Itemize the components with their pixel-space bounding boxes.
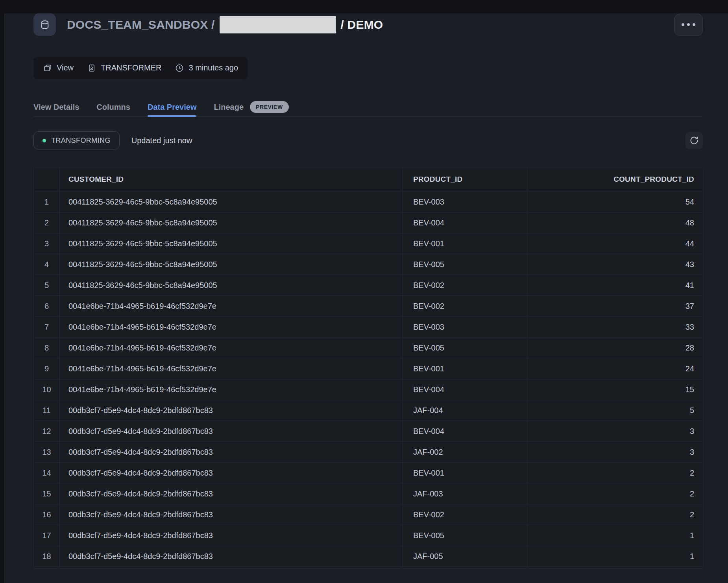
ellipsis-icon <box>693 23 695 26</box>
row-number: 18 <box>34 546 60 566</box>
database-icon <box>33 13 56 36</box>
column-header-count-product-id[interactable]: COUNT_PRODUCT_ID <box>528 168 703 191</box>
breadcrumb-database: DOCS_TEAM_SANDBOX / <box>67 18 215 31</box>
cell-count-product-id: 3 <box>528 421 703 441</box>
cell-product-id: BEV-002 <box>403 296 528 316</box>
object-role-label: TRANSFORMER <box>101 63 161 72</box>
table-row[interactable]: 13 00db3cf7-d5e9-4dc4-8dc9-2bdfd867bc83 … <box>34 442 703 463</box>
table-row[interactable]: 4 00411825-3629-46c5-9bbc-5c8a94e95005 B… <box>34 254 703 275</box>
row-number: 4 <box>34 254 60 275</box>
object-role: TRANSFORMER <box>87 63 161 73</box>
row-number: 10 <box>34 379 60 400</box>
cell-count-product-id: 5 <box>528 400 703 421</box>
table-row[interactable]: 9 0041e6be-71b4-4965-b619-46cf532d9e7e B… <box>34 358 703 379</box>
cell-count-product-id: 37 <box>528 296 703 316</box>
row-number: 1 <box>34 192 60 212</box>
cell-count-product-id: 54 <box>528 192 703 212</box>
table-row[interactable]: 10 0041e6be-71b4-4965-b619-46cf532d9e7e … <box>34 379 703 400</box>
cell-count-product-id: 1 <box>528 525 703 546</box>
cell-count-product-id: 41 <box>528 275 703 295</box>
cell-customer-id: 00411825-3629-46c5-9bbc-5c8a94e95005 <box>60 212 403 233</box>
table-row[interactable]: 16 00db3cf7-d5e9-4dc4-8dc9-2bdfd867bc83 … <box>34 504 703 525</box>
breadcrumb-object: / DEMO <box>341 18 383 31</box>
cell-count-product-id <box>528 567 703 568</box>
table-row[interactable]: 17 00db3cf7-d5e9-4dc4-8dc9-2bdfd867bc83 … <box>34 525 703 546</box>
table-header-row: CUSTOMER_ID PRODUCT_ID COUNT_PRODUCT_ID <box>34 168 703 192</box>
row-number: 6 <box>34 296 60 316</box>
cell-customer-id: 00411825-3629-46c5-9bbc-5c8a94e95005 <box>60 254 403 275</box>
table-row[interactable]: 15 00db3cf7-d5e9-4dc4-8dc9-2bdfd867bc83 … <box>34 483 703 504</box>
tab-data-preview[interactable]: Data Preview <box>148 98 197 116</box>
cell-count-product-id: 28 <box>528 338 703 358</box>
cell-product-id: BEV-004 <box>403 212 528 233</box>
header: DOCS_TEAM_SANDBOX / / DEMO <box>33 13 703 36</box>
preview-badge: PREVIEW <box>250 101 289 113</box>
table-row[interactable]: 6 0041e6be-71b4-4965-b619-46cf532d9e7e B… <box>34 296 703 317</box>
cell-product-id: BEV-005 <box>403 338 528 358</box>
row-number: 8 <box>34 338 60 358</box>
ellipsis-icon <box>687 23 690 26</box>
cell-product-id: BEV-003 <box>403 317 528 337</box>
cell-customer-id: 00db3cf7-d5e9-4dc4-8dc9-2bdfd867bc83 <box>60 442 403 462</box>
status-badge-label: TRANSFORMING <box>51 137 111 145</box>
cell-customer-id: 0041e6be-71b4-4965-b619-46cf532d9e7e <box>60 358 403 379</box>
cell-customer-id: 00411825-3629-46c5-9bbc-5c8a94e95005 <box>60 275 403 295</box>
row-number: 19 <box>34 567 60 568</box>
table-row[interactable]: 14 00db3cf7-d5e9-4dc4-8dc9-2bdfd867bc83 … <box>34 463 703 483</box>
refresh-button[interactable] <box>686 132 703 149</box>
table-body: 1 00411825-3629-46c5-9bbc-5c8a94e95005 B… <box>34 192 703 568</box>
table-row[interactable]: 1 00411825-3629-46c5-9bbc-5c8a94e95005 B… <box>34 192 703 212</box>
table-row[interactable]: 18 00db3cf7-d5e9-4dc4-8dc9-2bdfd867bc83 … <box>34 546 703 567</box>
cell-count-product-id: 2 <box>528 463 703 483</box>
row-number: 17 <box>34 525 60 546</box>
table-row[interactable]: 19 00db3cf7-d5e9-4dc4-8dc9-2bdfd867bc83 <box>34 567 703 568</box>
id-card-icon <box>87 63 96 73</box>
row-number: 14 <box>34 463 60 483</box>
table-row[interactable]: 2 00411825-3629-46c5-9bbc-5c8a94e95005 B… <box>34 212 703 233</box>
cell-count-product-id: 2 <box>528 483 703 504</box>
column-header-customer-id[interactable]: CUSTOMER_ID <box>60 168 403 191</box>
row-number: 16 <box>34 504 60 525</box>
cell-product-id: BEV-004 <box>403 379 528 400</box>
column-header-product-id[interactable]: PRODUCT_ID <box>403 168 528 191</box>
cell-customer-id: 00db3cf7-d5e9-4dc4-8dc9-2bdfd867bc83 <box>60 525 403 546</box>
row-number: 2 <box>34 212 60 233</box>
cell-product-id: BEV-001 <box>403 358 528 379</box>
redacted-schema-name <box>220 16 336 33</box>
cell-product-id: JAF-003 <box>403 483 528 504</box>
table-row[interactable]: 11 00db3cf7-d5e9-4dc4-8dc9-2bdfd867bc83 … <box>34 400 703 421</box>
table-row[interactable]: 8 0041e6be-71b4-4965-b619-46cf532d9e7e B… <box>34 338 703 358</box>
tab-lineage[interactable]: Lineage <box>214 98 244 116</box>
clock-icon <box>175 63 184 73</box>
table-row[interactable]: 7 0041e6be-71b4-4965-b619-46cf532d9e7e B… <box>34 317 703 338</box>
cell-customer-id: 00db3cf7-d5e9-4dc4-8dc9-2bdfd867bc83 <box>60 400 403 421</box>
metadata-bar: View TRANSFORMER 3 minutes ago <box>33 57 248 79</box>
data-preview-table: CUSTOMER_ID PRODUCT_ID COUNT_PRODUCT_ID … <box>33 167 703 568</box>
page-title: DOCS_TEAM_SANDBOX / / DEMO <box>67 16 383 33</box>
row-number: 13 <box>34 442 60 462</box>
cell-count-product-id: 43 <box>528 254 703 275</box>
cell-product-id: BEV-003 <box>403 192 528 212</box>
table-row[interactable]: 3 00411825-3629-46c5-9bbc-5c8a94e95005 B… <box>34 233 703 254</box>
row-number: 9 <box>34 358 60 379</box>
cell-customer-id: 00db3cf7-d5e9-4dc4-8dc9-2bdfd867bc83 <box>60 504 403 525</box>
row-number: 7 <box>34 317 60 337</box>
tab-view-details[interactable]: View Details <box>33 98 79 116</box>
cell-product-id <box>403 567 528 568</box>
cell-product-id: BEV-001 <box>403 463 528 483</box>
cell-product-id: BEV-001 <box>403 233 528 254</box>
cell-customer-id: 00db3cf7-d5e9-4dc4-8dc9-2bdfd867bc83 <box>60 567 403 568</box>
cell-count-product-id: 48 <box>528 212 703 233</box>
cell-count-product-id: 2 <box>528 504 703 525</box>
object-type: View <box>43 63 74 73</box>
ellipsis-icon <box>682 23 684 26</box>
cell-product-id: JAF-005 <box>403 546 528 566</box>
object-updated: 3 minutes ago <box>175 63 238 73</box>
tab-columns[interactable]: Columns <box>96 98 130 116</box>
cell-customer-id: 0041e6be-71b4-4965-b619-46cf532d9e7e <box>60 338 403 358</box>
table-row[interactable]: 5 00411825-3629-46c5-9bbc-5c8a94e95005 B… <box>34 275 703 296</box>
table-row[interactable]: 12 00db3cf7-d5e9-4dc4-8dc9-2bdfd867bc83 … <box>34 421 703 442</box>
object-type-label: View <box>57 63 74 72</box>
more-actions-button[interactable] <box>674 14 703 36</box>
object-updated-label: 3 minutes ago <box>188 63 238 72</box>
